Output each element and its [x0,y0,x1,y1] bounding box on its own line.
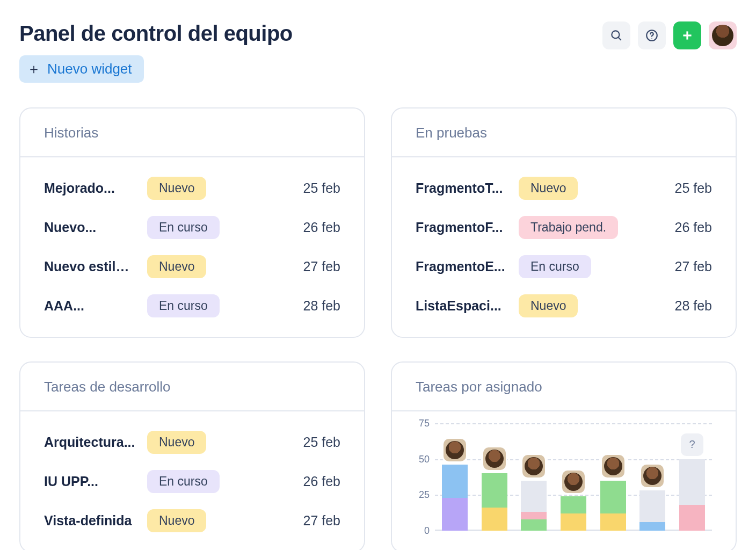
item-title: Nuevo estilo de IU [44,259,136,274]
bar-segment [679,505,705,531]
card-body: Mejorado...Nuevo25 febNuevo...En curso26… [20,157,364,337]
bar-segment [639,522,665,531]
bar-assignee-4[interactable] [561,496,586,531]
item-title: AAA... [44,298,136,314]
assignee-avatar [444,439,466,461]
status-badge: En curso [147,470,220,493]
y-tick-label: 25 [408,489,430,501]
item-title: FragmentoF... [416,220,508,235]
list-item[interactable]: Nuevo estilo de IUNuevo27 feb [44,255,340,278]
item-date: 27 feb [648,259,712,274]
svg-point-3 [651,38,652,39]
item-date: 26 feb [276,220,340,235]
item-title: FragmentoE... [416,259,508,274]
assignee-avatar [641,465,664,487]
search-button[interactable] [602,21,630,49]
bar-segment [442,498,468,531]
bar-segment [442,465,468,497]
bar-segment [482,508,507,531]
list-item[interactable]: Arquitectura...Nuevo25 feb [44,431,340,454]
item-title: ListaEspaci... [416,298,508,314]
bar-segment [521,512,547,519]
bar-unassigned[interactable]: ? [679,459,705,531]
chart-area: 0255075? [392,411,736,531]
item-title: Mejorado... [44,180,136,196]
item-date: 25 feb [276,435,340,450]
bar-assignee-5[interactable] [600,481,626,531]
status-badge: En curso [147,294,220,317]
card-body: FragmentoT...Nuevo25 febFragmentoF...Tra… [392,157,736,337]
list-item[interactable]: Vista-definidaNuevo27 feb [44,509,340,532]
card-tareas-desarrollo: Tareas de desarrollo Arquitectura...Nuev… [19,361,365,550]
assignee-avatar [522,455,545,477]
card-title: Tareas de desarrollo [20,363,364,411]
list-item[interactable]: IU UPP...En curso26 feb [44,470,340,493]
dashboard-grid: Historias Mejorado...Nuevo25 febNuevo...… [19,107,737,550]
item-title: Vista-definida [44,513,136,529]
card-body: Arquitectura...Nuevo25 febIU UPP...En cu… [20,411,364,550]
item-title: IU UPP... [44,474,136,489]
bar-segment [679,459,705,505]
card-title: Tareas por asignado [392,363,736,411]
card-title: En pruebas [392,108,736,157]
list-item[interactable]: Nuevo...En curso26 feb [44,216,340,239]
list-item[interactable]: FragmentoE...En curso27 feb [416,255,712,278]
bar-assignee-1[interactable] [442,465,468,531]
item-title: Arquitectura... [44,435,136,450]
help-button[interactable] [638,21,666,49]
status-badge: Nuevo [519,294,578,317]
list-item[interactable]: FragmentoF...Trabajo pend.26 feb [416,216,712,239]
bar-segment [561,496,586,513]
card-title: Historias [20,108,364,157]
status-badge: Nuevo [147,509,206,532]
user-avatar[interactable] [709,21,737,49]
item-date: 28 feb [648,298,712,314]
status-badge: Nuevo [147,431,206,454]
status-badge: Nuevo [519,177,578,200]
status-badge: Trabajo pend. [519,216,618,239]
y-tick-label: 50 [408,453,430,465]
bar-segment [482,473,507,508]
new-widget-label: Nuevo widget [47,61,132,77]
new-widget-button[interactable]: ＋ Nuevo widget [19,55,144,83]
status-badge: En curso [147,216,220,239]
item-date: 27 feb [276,513,340,529]
plus-icon [680,28,694,42]
assignee-avatar [562,471,585,493]
bar-assignee-6[interactable] [639,490,665,531]
bar-assignee-3[interactable] [521,481,547,531]
unknown-assignee-icon: ? [681,433,703,456]
top-actions [602,21,737,49]
list-item[interactable]: ListaEspaci...Nuevo28 feb [416,294,712,317]
svg-line-1 [618,37,621,40]
y-tick-label: 0 [408,525,430,537]
item-title: Nuevo... [44,220,136,235]
item-date: 26 feb [648,220,712,235]
bar-segment [600,481,626,513]
title-area: Panel de control del equipo ＋ Nuevo widg… [19,21,293,83]
topbar: Panel de control del equipo ＋ Nuevo widg… [19,21,737,83]
assignee-avatar [483,447,506,470]
bar-assignee-2[interactable] [482,473,507,531]
card-historias: Historias Mejorado...Nuevo25 febNuevo...… [19,107,365,338]
svg-point-0 [612,31,619,38]
add-button[interactable] [673,21,701,49]
bar-segment [521,481,547,512]
item-title: FragmentoT... [416,180,508,196]
status-badge: Nuevo [147,255,206,278]
card-en-pruebas: En pruebas FragmentoT...Nuevo25 febFragm… [391,107,737,338]
bar-segment [521,519,547,531]
item-date: 25 feb [648,180,712,196]
list-item[interactable]: FragmentoT...Nuevo25 feb [416,177,712,200]
card-tareas-por-asignado: Tareas por asignado 0255075? [391,361,737,550]
status-badge: Nuevo [147,177,206,200]
item-date: 28 feb [276,298,340,314]
help-icon [645,28,659,42]
list-item[interactable]: Mejorado...Nuevo25 feb [44,177,340,200]
bar-segment [561,513,586,531]
list-item[interactable]: AAA...En curso28 feb [44,294,340,317]
bar-segment [600,513,626,531]
item-date: 25 feb [276,180,340,196]
status-badge: En curso [519,255,591,278]
item-date: 27 feb [276,259,340,274]
